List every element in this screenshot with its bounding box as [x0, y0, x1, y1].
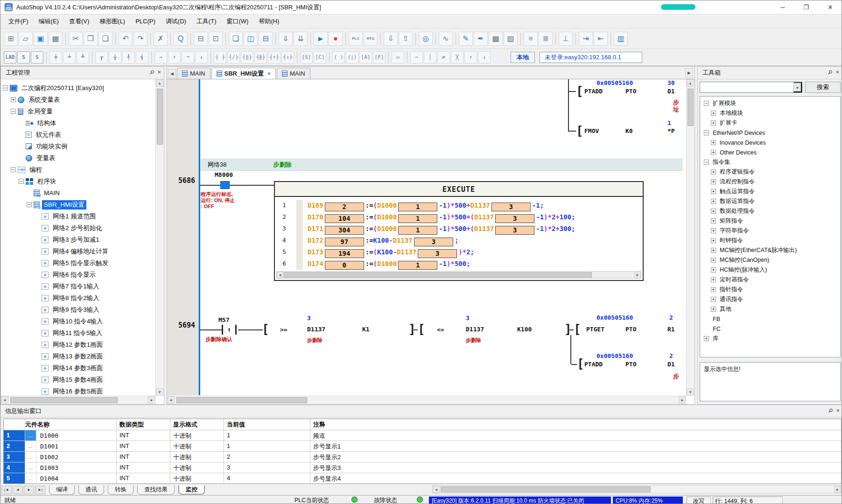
tree-item[interactable]: −扩展模块 [702, 98, 840, 108]
instruction-operand[interactable]: PTO [625, 88, 636, 95]
rtu-config-button[interactable]: RTU [364, 32, 378, 46]
tree-item[interactable]: +库 [702, 334, 840, 343]
cross-reference-button[interactable]: ▩ [489, 32, 503, 46]
collapse-icon[interactable]: − [3, 85, 8, 91]
operand-device[interactable]: D1137 [466, 326, 484, 333]
sfc-step-alt-button[interactable]: S [31, 51, 43, 63]
tree-item[interactable]: +本地模块 [702, 108, 840, 118]
menu-item-d[interactable]: 调试(D) [161, 15, 191, 28]
execute-block[interactable]: EXECUTE 1D1692:=(D10001-1)*500+D11373-1;… [274, 181, 644, 281]
line-up-button[interactable]: ↑ [168, 51, 181, 63]
tree-item[interactable]: ✳网络3 步号加减1 [1, 234, 155, 245]
tree-item[interactable]: −程序块 [1, 175, 155, 187]
expand-icon[interactable]: + [704, 336, 709, 341]
operand-device[interactable]: D1137 [307, 326, 325, 333]
tree-item[interactable]: ✳网络2 步号初始化 [1, 222, 155, 234]
value-box[interactable]: 1 [398, 226, 437, 235]
delete-line-button[interactable]: ╳ [451, 51, 463, 63]
contact-parallel-closed-button[interactable]: ┤∦├ [254, 51, 267, 63]
expand-icon[interactable]: + [11, 97, 16, 102]
tree-item[interactable]: +其他 [702, 304, 840, 314]
editor-hscrollbar[interactable]: ◄ ► [167, 396, 686, 404]
copy-button[interactable]: ❐ [84, 32, 98, 46]
insert-branch-button[interactable]: ┷ [63, 51, 76, 63]
oscilloscope-button[interactable]: ∿ [439, 32, 453, 46]
minimize-button[interactable]: ─ [772, 0, 794, 14]
window-split-button[interactable]: ◫ [244, 32, 258, 46]
menu-item-plcp[interactable]: PLC(P) [130, 15, 161, 27]
collapse-icon[interactable]: − [27, 202, 32, 207]
tree-item[interactable]: +MC轴控(CanOpen) [702, 255, 840, 265]
instruction-name[interactable]: PTADD [584, 88, 603, 95]
scroll-right-icon[interactable]: ► [634, 272, 641, 278]
tree-item[interactable]: +程序逻辑指令 [702, 167, 840, 177]
expand-icon[interactable]: + [711, 218, 716, 224]
logout-button[interactable]: ⇤ [594, 32, 608, 46]
value-box[interactable]: 1 [398, 214, 437, 223]
prev-page-icon[interactable]: ◄ [13, 486, 23, 494]
coil-set-button[interactable]: [S] [300, 51, 313, 63]
scroll-thumb[interactable] [10, 397, 118, 403]
tree-item[interactable]: ✳网络7 指令1输入 [1, 280, 155, 292]
tree-item[interactable]: +字符串指令 [702, 226, 840, 236]
output-tab-编译[interactable]: 编译 [49, 485, 75, 495]
value-box[interactable]: 304 [325, 226, 364, 235]
scroll-left-icon[interactable]: ◄ [277, 272, 283, 278]
expand-icon[interactable]: + [711, 248, 716, 253]
next-page-icon[interactable]: ► [24, 486, 34, 494]
login-button[interactable]: ⇥ [579, 32, 593, 46]
last-page-icon[interactable]: ►| [35, 486, 45, 494]
value-box[interactable]: 2 [325, 203, 364, 211]
value-box[interactable]: 104 [325, 214, 364, 223]
contact-rising-button[interactable]: ┤↑├ [268, 51, 281, 63]
delete-branch-button[interactable]: ┻ [77, 51, 89, 63]
tree-item[interactable]: +MC轴控(EtherCAT&脉冲输出) [702, 245, 840, 255]
redo-button[interactable]: ↷ [133, 32, 147, 46]
table-row[interactable]: 4…D1003INT十进制3步号显示3 [4, 462, 841, 473]
edit-cell-button[interactable]: ┪ [136, 51, 148, 63]
expand-icon[interactable]: + [711, 209, 716, 214]
expand-icon[interactable]: + [711, 120, 716, 126]
cut-button[interactable]: ✂ [69, 32, 83, 46]
save-all-button[interactable]: ▦ [49, 32, 63, 46]
tree-item[interactable]: +矩阵指令 [702, 216, 840, 226]
tree-item[interactable]: ✳网络9 指令3输入 [1, 304, 155, 315]
ellipsis-button[interactable]: … [25, 452, 36, 462]
tree-item[interactable]: +指针指令 [702, 285, 840, 294]
output-tab-转换[interactable]: 转换 [108, 485, 133, 495]
delete-button[interactable]: ✗ [154, 32, 168, 46]
instruction-name[interactable]: PTGET [586, 326, 604, 333]
sfc-step-button[interactable]: S [17, 51, 30, 63]
ellipsis-button[interactable]: … [25, 462, 36, 473]
device-monitor-table-button[interactable]: ▥ [614, 32, 628, 46]
collapse-icon[interactable]: − [11, 109, 16, 114]
tree-item[interactable]: ✳网络10 指令4输入 [1, 315, 155, 327]
instruction-operand[interactable]: K0 [625, 127, 633, 134]
value-box[interactable]: 3 [495, 214, 534, 223]
tree-item[interactable]: ✳网络6 指令显示 [1, 269, 155, 280]
instruction-name[interactable]: FMOV [584, 127, 599, 134]
expand-icon[interactable]: + [711, 199, 716, 204]
tree-item[interactable]: +系统变量表 [1, 94, 155, 105]
tree-item[interactable]: +流程控制指令 [702, 177, 840, 187]
tree-item[interactable]: +数据处理指令 [702, 206, 840, 216]
first-page-icon[interactable]: |◄ [1, 486, 12, 494]
tree-item[interactable]: +数据运算指令 [702, 196, 840, 206]
operand-device[interactable]: D1 [667, 361, 675, 368]
expand-icon[interactable]: + [711, 169, 716, 175]
contact-closed-button[interactable]: ┤/├ [227, 51, 240, 63]
scroll-right-icon[interactable]: ► [679, 396, 686, 404]
open-project-button[interactable]: ▱ [19, 32, 33, 46]
execute-block-hscrollbar[interactable]: ◄ ► [276, 271, 641, 279]
operand-device[interactable]: *P [667, 127, 675, 134]
chevron-down-icon[interactable]: ▼ [793, 82, 802, 92]
compile-all-button[interactable]: ⇊ [294, 32, 308, 46]
scroll-up-icon[interactable]: ▲ [687, 79, 694, 87]
contact-falling-button[interactable]: ┤↓├ [281, 51, 294, 63]
contact-label[interactable]: M57 [218, 316, 229, 323]
pin-icon[interactable]: ⚲ [826, 69, 834, 76]
tree-item[interactable]: −二次编程20250711 [Easy320] [1, 82, 155, 94]
table-row[interactable]: 2…D1001INT十进制1步号显示1 [4, 441, 841, 452]
value-box[interactable]: 194 [325, 249, 364, 258]
table-row[interactable]: 3…D1002INT十进制2步号显示2 [4, 452, 841, 462]
